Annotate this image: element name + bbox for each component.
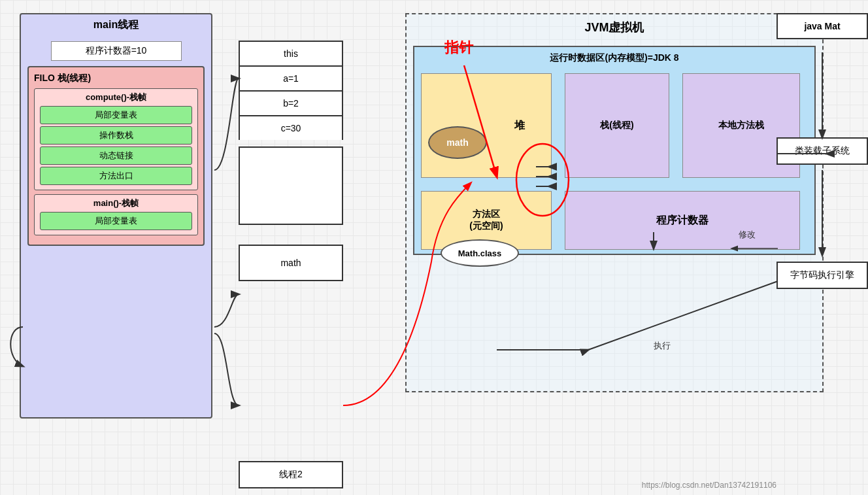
jvm-title: JVM虚拟机 xyxy=(407,14,822,41)
thread2-box: 线程2 xyxy=(239,461,343,488)
program-counter-jvm-box: 程序计数器 xyxy=(565,191,800,250)
jvm-section: JVM虚拟机 运行时数据区(内存模型)=JDK 8 math 堆 栈(线程) 本… xyxy=(405,13,824,392)
compute-stack-frame: compute()-栈帧 局部变量表 操作数栈 动态链接 方法出口 xyxy=(34,88,198,190)
method-area-label: 方法区(元空间) xyxy=(469,209,503,232)
bytecode-box: 字节码执行引擎 xyxy=(776,262,868,289)
program-counter-display: 程序计数器=10 xyxy=(51,41,182,61)
java-mat-box: java Mat xyxy=(776,13,868,39)
runtime-data-area: 运行时数据区(内存模型)=JDK 8 math 堆 栈(线程) 本地方法栈 方法… xyxy=(413,46,816,255)
local-var-c: c=30 xyxy=(239,115,343,140)
watermark: https://blog.csdn.net/Dan13742191106 xyxy=(642,481,776,490)
heap-label: 堆 xyxy=(514,119,525,133)
local-var-b: b=2 xyxy=(239,90,343,115)
main-local-var-table: 局部变量表 xyxy=(40,212,192,230)
execute-label: 执行 xyxy=(654,340,671,352)
main-thread-box: main线程 程序计数器=10 FILO 栈(线程) compute()-栈帧 … xyxy=(20,13,212,418)
main-thread-title: main线程 xyxy=(21,14,211,36)
main-stack-frame: main()-栈帧 局部变量表 xyxy=(34,194,198,235)
dynamic-link-item: 动态链接 xyxy=(40,146,192,165)
compute-frame-title: compute()-栈帧 xyxy=(37,92,195,103)
stack-thread-box: 栈(线程) xyxy=(565,73,669,178)
runtime-title: 运行时数据区(内存模型)=JDK 8 xyxy=(420,52,809,64)
main-frame-title: main()-栈帧 xyxy=(37,197,195,209)
filo-title: FILO 栈(线程) xyxy=(34,73,198,84)
filo-stack-box: FILO 栈(线程) compute()-栈帧 局部变量表 操作数栈 动态链接 … xyxy=(27,66,205,246)
local-vars-column: this a=1 b=2 c=30 math xyxy=(239,41,343,281)
math-heap-oval: math xyxy=(428,126,487,159)
heap-box: math 堆 xyxy=(421,73,552,178)
modify-label: 修改 xyxy=(739,229,756,241)
local-var-this: this xyxy=(239,41,343,65)
local-var-a: a=1 xyxy=(239,65,343,90)
operand-stack-item: 操作数栈 xyxy=(40,126,192,145)
pointer-label: 指针 xyxy=(444,38,473,58)
local-var-table-item: 局部变量表 xyxy=(40,106,192,124)
math-local-box: math xyxy=(239,245,343,281)
class-loader-box: 类装载子系统 xyxy=(776,137,868,165)
main-local-empty-box xyxy=(239,146,343,225)
math-class-oval: Math.class xyxy=(441,239,519,267)
method-exit-item: 方法出口 xyxy=(40,167,192,185)
